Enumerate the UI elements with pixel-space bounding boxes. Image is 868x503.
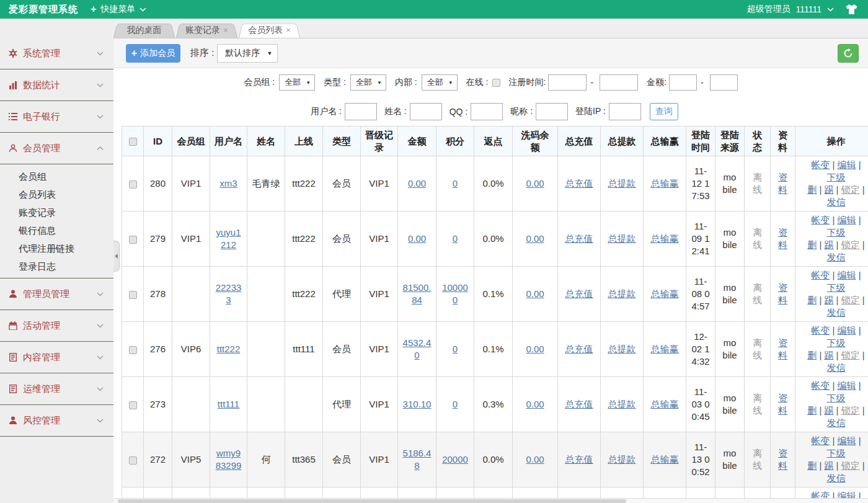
refresh-button[interactable] — [838, 44, 859, 63]
winloss-link[interactable]: 总输赢 — [651, 233, 679, 244]
op-link[interactable]: 踢 — [824, 295, 833, 305]
op-link[interactable]: 踢 — [824, 405, 833, 416]
recharge-link[interactable]: 总充值 — [565, 344, 593, 354]
amount-link[interactable]: 0.00 — [408, 178, 426, 189]
op-link[interactable]: 下级 — [827, 282, 846, 293]
row-checkbox[interactable] — [129, 346, 137, 354]
amount-link[interactable]: 4532.40 — [403, 337, 432, 360]
online-checkbox[interactable] — [492, 79, 500, 87]
points-link[interactable]: 100000 — [442, 282, 468, 305]
op-link[interactable]: 删 — [807, 405, 817, 416]
recharge-link[interactable]: 总充值 — [565, 178, 593, 189]
username-link[interactable]: 222333 — [216, 282, 242, 305]
profile-link[interactable]: 资料 — [778, 227, 787, 250]
op-link[interactable]: 踢 — [824, 184, 833, 195]
quick-menu-button[interactable]: + 快捷菜单 — [91, 4, 146, 15]
row-checkbox[interactable] — [129, 236, 137, 244]
username-link[interactable]: wmy983299 — [216, 448, 242, 471]
points-link[interactable]: 0 — [453, 344, 458, 354]
row-checkbox[interactable] — [129, 401, 137, 409]
op-link[interactable]: 删 — [807, 239, 817, 250]
withdraw-link[interactable]: 总提款 — [608, 288, 636, 299]
op-link[interactable]: 删 — [807, 350, 817, 360]
winloss-link[interactable]: 总输赢 — [651, 178, 679, 189]
profile-link[interactable]: 资料 — [778, 172, 787, 195]
op-link[interactable]: 删 — [807, 460, 817, 471]
op-link[interactable]: 删 — [807, 295, 817, 305]
points-link[interactable]: 0 — [453, 233, 458, 244]
winloss-link[interactable]: 总输赢 — [651, 454, 679, 465]
qq-input[interactable] — [471, 103, 503, 120]
winloss-link[interactable]: 总输赢 — [651, 399, 679, 409]
amount-link[interactable]: 0.00 — [408, 233, 426, 244]
op-link[interactable]: 帐变 — [811, 380, 830, 391]
sidebar-item-5[interactable]: 管理员管理 — [0, 278, 113, 310]
op-link[interactable]: 帐变 — [811, 325, 830, 336]
filter-group-select[interactable]: 全部▼ — [279, 74, 315, 91]
withdraw-link[interactable]: 总提款 — [608, 178, 636, 189]
profile-link[interactable]: 资料 — [778, 282, 787, 305]
amount-link[interactable]: 5186.48 — [403, 448, 432, 471]
op-link[interactable]: 删 — [807, 184, 817, 195]
op-link[interactable]: 发信 — [827, 307, 846, 318]
wash-link[interactable]: 0.00 — [526, 288, 544, 299]
sidebar-subitem[interactable]: 会员组 — [0, 167, 113, 185]
shirt-icon[interactable] — [845, 4, 858, 15]
amount-from-input[interactable] — [669, 74, 697, 91]
query-button[interactable]: 查询 — [650, 103, 678, 120]
op-link[interactable]: 下级 — [827, 172, 846, 182]
sidebar-item-7[interactable]: 内容管理 — [0, 342, 113, 373]
op-link[interactable]: 下级 — [827, 227, 846, 238]
sort-select[interactable]: 默认排序 ▼ — [217, 44, 278, 63]
amount-link[interactable]: 81500.84 — [403, 282, 432, 305]
profile-link[interactable]: 资料 — [778, 393, 787, 416]
profile-link[interactable]: 资料 — [778, 337, 787, 360]
withdraw-link[interactable]: 总提款 — [608, 399, 636, 409]
op-link[interactable]: 下级 — [827, 393, 846, 403]
sidebar-subitem[interactable]: 登录日志 — [0, 257, 113, 275]
op-link[interactable]: 编辑 — [838, 491, 856, 498]
sidebar-item-2[interactable]: 数据统计 — [0, 69, 113, 101]
wash-link[interactable]: 0.00 — [526, 454, 544, 465]
op-link[interactable]: 编辑 — [838, 380, 856, 391]
tab-2[interactable]: 账变记录× — [176, 22, 237, 38]
op-link[interactable]: 帐变 — [811, 215, 830, 225]
winloss-link[interactable]: 总输赢 — [651, 344, 679, 354]
op-link[interactable]: 编辑 — [838, 435, 856, 446]
op-link[interactable]: 踢 — [824, 350, 833, 360]
sidebar-subitem[interactable]: 账变记录 — [0, 203, 113, 221]
chevron-down-icon[interactable] — [827, 7, 834, 12]
amount-to-input[interactable] — [710, 74, 738, 91]
op-link[interactable]: 发信 — [827, 197, 846, 207]
sidebar-item-9[interactable]: 风控管理 — [0, 405, 113, 437]
recharge-link[interactable]: 总充值 — [565, 288, 593, 299]
nick-input[interactable] — [536, 103, 568, 120]
tab-1[interactable]: 我的桌面 — [113, 22, 175, 38]
sidebar-collapse-handle[interactable] — [113, 241, 120, 272]
wash-link[interactable]: 0.00 — [526, 344, 544, 354]
op-link[interactable]: 帐变 — [811, 159, 830, 170]
withdraw-link[interactable]: 总提款 — [608, 344, 636, 354]
regtime-from-input[interactable] — [548, 74, 587, 91]
regtime-to-input[interactable] — [600, 74, 638, 91]
recharge-link[interactable]: 总充值 — [565, 399, 593, 409]
sidebar-item-6[interactable]: 活动管理 — [0, 310, 113, 342]
op-link[interactable]: 编辑 — [838, 325, 856, 336]
username-link[interactable]: ttt111 — [218, 399, 239, 409]
op-link[interactable]: 踢 — [824, 460, 833, 471]
withdraw-link[interactable]: 总提款 — [608, 454, 636, 465]
recharge-link[interactable]: 总充值 — [565, 233, 593, 244]
ip-input[interactable] — [609, 103, 641, 120]
wash-link[interactable]: 0.00 — [526, 178, 544, 189]
username-link[interactable]: yuyu1212 — [216, 227, 241, 250]
name-input[interactable] — [410, 103, 442, 120]
recharge-link[interactable]: 总充值 — [565, 454, 593, 465]
wash-link[interactable]: 0.00 — [526, 233, 544, 244]
username-link[interactable]: ttt222 — [217, 344, 241, 354]
op-link[interactable]: 编辑 — [838, 270, 856, 280]
op-link[interactable]: 编辑 — [838, 159, 856, 170]
points-link[interactable]: 20000 — [442, 454, 468, 465]
add-member-button[interactable]: + 添加会员 — [126, 44, 180, 63]
withdraw-link[interactable]: 总提款 — [608, 233, 636, 244]
op-link[interactable]: 下级 — [827, 337, 846, 348]
